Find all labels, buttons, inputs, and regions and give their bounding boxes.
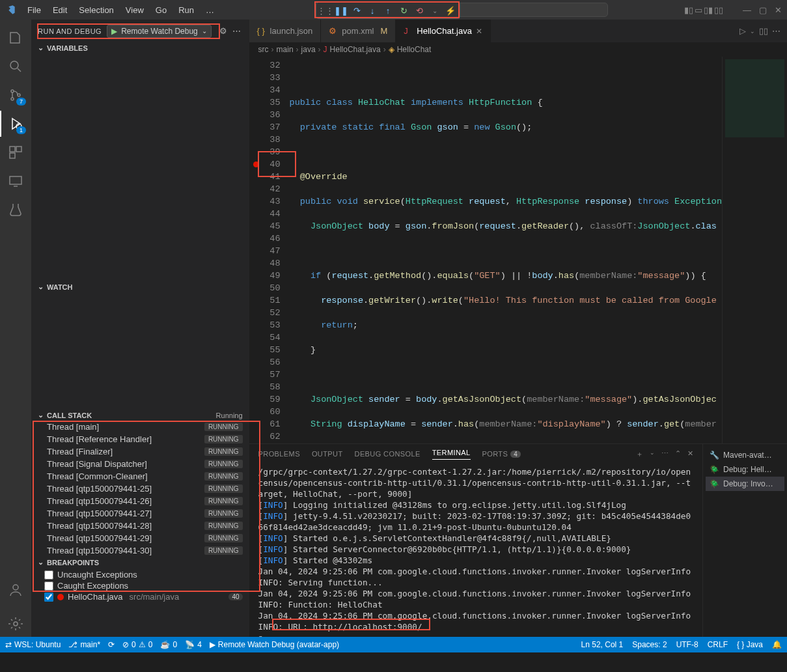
activity-remote-explorer-icon[interactable] bbox=[0, 168, 31, 194]
tab-pom-xml[interactable]: ⚙pom.xmlM bbox=[321, 20, 396, 42]
line-number[interactable]: 51 bbox=[249, 294, 281, 307]
thread-row[interactable]: Thread [Reference Handler]RUNNING bbox=[31, 433, 249, 445]
line-number[interactable]: 56 bbox=[249, 356, 281, 369]
line-number[interactable]: 46 bbox=[249, 232, 281, 245]
thread-row[interactable]: Thread [Common-Cleaner]RUNNING bbox=[31, 470, 249, 483]
notifications-icon[interactable]: 🔔 bbox=[772, 640, 782, 649]
thread-row[interactable]: Thread [qtp1500079441-26]RUNNING bbox=[31, 495, 249, 507]
terminal-item-maven[interactable]: 🔧Maven-avat… bbox=[706, 448, 784, 462]
indentation[interactable]: Spaces: 2 bbox=[632, 640, 667, 649]
panel-tab-terminal[interactable]: TERMINAL bbox=[432, 449, 471, 460]
thread-row[interactable]: Thread [Finalizer]RUNNING bbox=[31, 445, 249, 458]
minimap[interactable] bbox=[722, 57, 787, 443]
debug-chevron-down-icon[interactable]: ⌄ bbox=[428, 4, 441, 17]
thread-row[interactable]: Thread [Signal Dispatcher]RUNNING bbox=[31, 458, 249, 470]
activity-run-debug-icon[interactable]: 1 bbox=[0, 111, 31, 137]
thread-row[interactable]: Thread [qtp1500079441-25]RUNNING bbox=[31, 483, 249, 495]
line-number[interactable]: 47 bbox=[249, 245, 281, 257]
panel-tab-output[interactable]: OUTPUT bbox=[312, 450, 343, 458]
line-number[interactable]: 62 bbox=[249, 430, 281, 443]
line-number[interactable]: 34 bbox=[249, 84, 281, 96]
breakpoint-checkbox[interactable] bbox=[44, 593, 53, 602]
activity-testing-icon[interactable] bbox=[0, 197, 31, 223]
line-number[interactable]: 35 bbox=[249, 96, 281, 109]
chevron-down-icon[interactable]: ⌄ bbox=[750, 28, 755, 35]
line-number[interactable]: 61 bbox=[249, 418, 281, 430]
debug-step-into-icon[interactable]: ↓ bbox=[366, 4, 379, 17]
open-launch-json-icon[interactable]: ⚙ bbox=[219, 26, 227, 36]
line-number[interactable]: 32 bbox=[249, 59, 281, 72]
debug-pause-icon[interactable]: ❚❚ bbox=[335, 4, 348, 17]
ports-status[interactable]: 📡4 bbox=[185, 640, 202, 649]
activity-source-control-icon[interactable]: 7 bbox=[0, 82, 31, 108]
watch-header[interactable]: ⌄WATCH bbox=[31, 281, 249, 292]
panel-tab-ports[interactable]: PORTS4 bbox=[482, 450, 521, 458]
line-number[interactable]: 59 bbox=[249, 393, 281, 406]
thread-row[interactable]: Thread [qtp1500079441-27]RUNNING bbox=[31, 507, 249, 520]
debug-drag-handle-icon[interactable]: ⋮⋮ bbox=[319, 4, 332, 17]
menu-go[interactable]: Go bbox=[150, 3, 172, 18]
toggle-panel-icon[interactable]: ▭ bbox=[695, 5, 702, 15]
window-maximize-icon[interactable]: ▢ bbox=[759, 5, 767, 15]
breakpoints-header[interactable]: ⌄BREAKPOINTS bbox=[31, 557, 249, 568]
java-status[interactable]: ☕0 bbox=[160, 640, 177, 649]
chevron-down-icon[interactable]: ⌄ bbox=[202, 27, 207, 35]
cursor-position[interactable]: Ln 52, Col 1 bbox=[581, 640, 624, 649]
breakpoint-file[interactable]: HelloChat.java bbox=[68, 592, 123, 602]
toggle-primary-sidebar-icon[interactable]: ▮▯ bbox=[684, 5, 693, 15]
thread-row[interactable]: Thread [main]RUNNING bbox=[31, 421, 249, 433]
encoding[interactable]: UTF-8 bbox=[676, 640, 698, 649]
menu-run[interactable]: Run bbox=[173, 3, 199, 18]
call-stack-header[interactable]: ⌄CALL STACKRunning bbox=[31, 410, 249, 421]
menu-selection[interactable]: Selection bbox=[74, 3, 118, 18]
eol[interactable]: CRLF bbox=[708, 640, 728, 649]
line-number[interactable]: 60 bbox=[249, 406, 281, 418]
line-number[interactable]: 39 bbox=[249, 146, 281, 158]
menu-view[interactable]: View bbox=[120, 3, 149, 18]
line-number[interactable]: 52 bbox=[249, 307, 281, 319]
line-number[interactable]: 57 bbox=[249, 369, 281, 381]
line-number[interactable]: 49 bbox=[249, 270, 281, 282]
menu-edit[interactable]: Edit bbox=[48, 3, 72, 18]
thread-row[interactable]: Thread [qtp1500079441-28]RUNNING bbox=[31, 520, 249, 532]
caught-exceptions-checkbox[interactable] bbox=[44, 581, 53, 591]
debug-step-over-icon[interactable]: ↷ bbox=[350, 4, 363, 17]
close-tab-icon[interactable]: ✕ bbox=[476, 27, 482, 36]
line-number[interactable] bbox=[249, 443, 281, 443]
language-mode[interactable]: { } Java bbox=[737, 640, 763, 649]
line-number-gutter[interactable]: 3233343536373839404142434445464748495051… bbox=[249, 57, 290, 443]
activity-settings-icon[interactable] bbox=[0, 611, 31, 637]
line-number[interactable]: 44 bbox=[249, 208, 281, 220]
panel-tab-debug-console[interactable]: DEBUG CONSOLE bbox=[355, 450, 421, 458]
debug-hot-code-replace-icon[interactable]: ⟲ bbox=[413, 4, 426, 17]
line-number[interactable]: 36 bbox=[249, 109, 281, 121]
new-terminal-icon[interactable]: ＋ bbox=[636, 449, 643, 459]
toggle-secondary-sidebar-icon[interactable]: ▯▯ bbox=[714, 5, 723, 15]
window-minimize-icon[interactable]: — bbox=[743, 5, 751, 15]
problems-status[interactable]: ⊘0 ⚠0 bbox=[122, 640, 152, 649]
split-editor-icon[interactable]: ▯▯ bbox=[759, 26, 768, 36]
line-number[interactable]: 33 bbox=[249, 72, 281, 84]
run-file-icon[interactable]: ▷ bbox=[739, 26, 746, 36]
tab-hellochat-java[interactable]: JHelloChat.java✕ bbox=[396, 20, 491, 42]
line-number[interactable]: 41 bbox=[249, 171, 281, 183]
activity-accounts-icon[interactable] bbox=[0, 577, 31, 603]
close-panel-icon[interactable]: ✕ bbox=[687, 449, 693, 459]
debug-views-more-icon[interactable]: ⋯ bbox=[232, 26, 241, 36]
debug-stop-icon[interactable]: ⚡ bbox=[444, 4, 457, 17]
thread-row[interactable]: Thread [qtp1500079441-30]RUNNING bbox=[31, 544, 249, 557]
line-number[interactable]: 50 bbox=[249, 282, 281, 294]
menu-file[interactable]: File bbox=[22, 3, 46, 18]
line-number[interactable]: 42 bbox=[249, 183, 281, 195]
line-number[interactable]: 55 bbox=[249, 344, 281, 356]
chevron-down-icon[interactable]: ⌄ bbox=[650, 449, 655, 459]
code-editor[interactable]: 3233343536373839404142434445464748495051… bbox=[249, 57, 787, 443]
activity-extensions-icon[interactable] bbox=[0, 139, 31, 165]
line-number[interactable]: 45 bbox=[249, 220, 281, 232]
menu-more[interactable]: … bbox=[200, 3, 219, 18]
git-branch[interactable]: ⎇main* bbox=[68, 640, 100, 649]
line-number[interactable]: 53 bbox=[249, 319, 281, 331]
line-number[interactable]: 40 bbox=[249, 158, 281, 171]
code-content[interactable]: public class HelloChat implements HttpFu… bbox=[290, 57, 722, 443]
breakpoint-dot-icon[interactable] bbox=[253, 161, 259, 167]
